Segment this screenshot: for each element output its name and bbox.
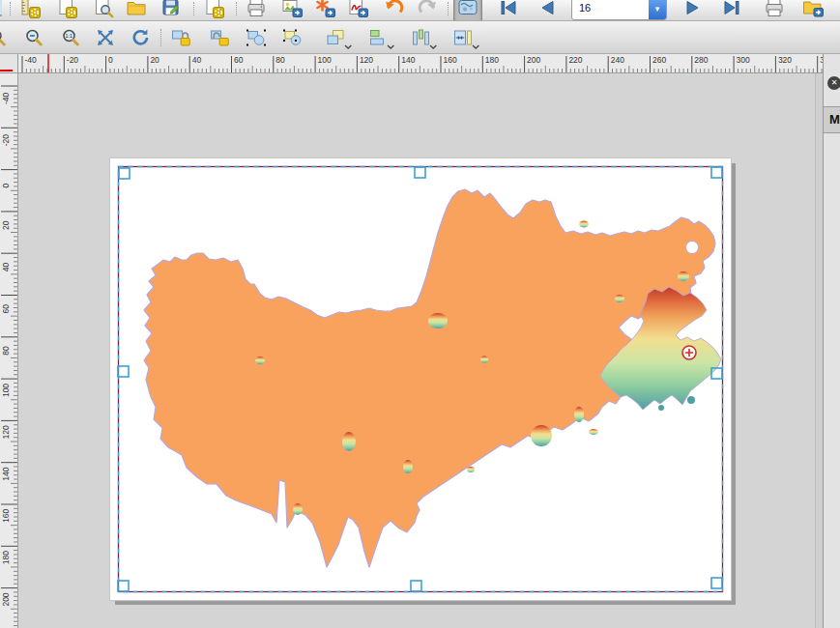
lock-icon	[181, 33, 189, 45]
save-project-button[interactable]	[157, 0, 186, 21]
chevron-down-icon[interactable]: ▾	[649, 0, 666, 19]
right-dock-panel: ✕ M	[823, 54, 840, 628]
svg-text:-20: -20	[67, 55, 79, 65]
gear-icon	[30, 8, 41, 18]
svg-text:0: 0	[1, 184, 11, 188]
undo-icon	[384, 0, 405, 18]
handle-bottom-right	[711, 578, 722, 588]
clipped-left-icon[interactable]	[0, 0, 6, 21]
handle-bottom-middle	[411, 581, 421, 591]
ruler-corner	[0, 54, 18, 73]
handle-top-middle	[415, 167, 425, 178]
export-as-svg-button[interactable]	[310, 0, 339, 21]
svg-text:340: 340	[820, 55, 823, 65]
composer-manager-button[interactable]	[89, 0, 118, 21]
zoom-in-button[interactable]	[0, 24, 12, 51]
zoom-full-icon	[95, 27, 116, 48]
duplicate-composer-button[interactable]	[52, 0, 81, 21]
export-as-image-button[interactable]	[277, 0, 306, 21]
map-hook-notch	[686, 242, 699, 254]
svg-text:100: 100	[1, 384, 11, 397]
svg-text:180: 180	[1, 551, 11, 564]
chevron-down-icon	[472, 44, 480, 50]
ruler-cursor-marker	[0, 70, 13, 71]
svg-text:140: 140	[1, 467, 11, 480]
composer-canvas[interactable]	[18, 73, 815, 628]
toolbar-separator	[448, 2, 449, 15]
svg-text:120: 120	[1, 425, 11, 439]
svg-text:1:1: 1:1	[66, 33, 73, 39]
atlas-print-button[interactable]	[760, 0, 789, 21]
group-items-button[interactable]	[242, 24, 271, 51]
lock-selected-items-button[interactable]	[166, 24, 195, 51]
export-arrow-badge	[359, 9, 368, 17]
svg-text:260: 260	[652, 55, 666, 65]
svg-text:60: 60	[234, 55, 244, 65]
undo-button[interactable]	[380, 0, 409, 21]
composition-page[interactable]	[109, 157, 732, 601]
zoom-1-1-icon: 1:1	[60, 27, 81, 48]
svg-text:220: 220	[568, 55, 582, 65]
export-as-pdf-button[interactable]	[343, 0, 372, 21]
svg-text:240: 240	[611, 55, 624, 65]
close-icon[interactable]: ✕	[827, 76, 840, 90]
export-arrow-badge	[293, 9, 303, 17]
map-item	[110, 158, 731, 600]
zoom-out-button[interactable]	[19, 24, 48, 51]
ruler-vertical: -40-20020406080100120140160180200220	[0, 73, 18, 628]
atlas-icon	[457, 0, 478, 18]
handle-middle-left	[118, 366, 129, 377]
panel-header: M	[824, 106, 840, 133]
gear-icon	[214, 8, 224, 18]
unlock-all-items-button[interactable]	[205, 24, 234, 51]
atlas-next-feature-button[interactable]	[679, 0, 708, 21]
svg-text:320: 320	[778, 55, 792, 65]
qgis-print-composer-window: 16 ▾ 1:1	[0, 0, 840, 628]
save-as-template-button[interactable]	[199, 0, 228, 21]
atlas-export-button[interactable]	[798, 0, 827, 21]
zoom-out-icon	[23, 27, 44, 48]
atlas-previous-feature-button[interactable]	[533, 0, 562, 21]
chevron-down-icon	[429, 44, 438, 50]
chevron-down-icon	[387, 44, 395, 50]
toolbar-separator	[236, 2, 238, 15]
svg-text:80: 80	[275, 55, 285, 65]
svg-text:280: 280	[694, 55, 708, 65]
redo-button[interactable]	[413, 0, 442, 21]
load-from-template-button[interactable]	[122, 0, 151, 21]
distribute-items-button[interactable]	[402, 24, 439, 51]
ungroup-items-button[interactable]	[278, 24, 307, 51]
svg-text:-40: -40	[25, 55, 38, 65]
atlas-preview-toggle[interactable]	[453, 0, 482, 21]
align-selected-items-button[interactable]	[360, 24, 396, 51]
svg-text:-40: -40	[1, 92, 11, 104]
chevron-down-icon	[344, 44, 353, 50]
zoom-full-button[interactable]	[91, 24, 120, 51]
svg-text:-20: -20	[1, 134, 11, 147]
svg-text:20: 20	[150, 55, 159, 65]
svg-text:120: 120	[360, 55, 373, 65]
new-composer-button[interactable]	[15, 0, 44, 21]
ruler-horizontal: -40-200204060801001201401601802002202402…	[0, 54, 823, 73]
handle-bottom-left	[118, 581, 129, 591]
redo-icon	[417, 0, 438, 18]
atlas-feature-combo[interactable]: 16 ▾	[571, 0, 667, 20]
svg-text:40: 40	[192, 55, 202, 65]
svg-text:300: 300	[737, 55, 750, 65]
magnifier-icon	[101, 6, 112, 16]
atlas-last-feature-button[interactable]	[717, 0, 746, 21]
svg-text:20: 20	[1, 220, 11, 230]
atlas-feature-marker	[682, 346, 696, 359]
export-arrow-badge	[326, 9, 335, 17]
svg-text:160: 160	[444, 55, 457, 65]
zoom-actual-size-button[interactable]: 1:1	[56, 24, 85, 51]
svg-text:0: 0	[108, 55, 113, 65]
print-button[interactable]	[242, 0, 271, 21]
handle-top-right	[711, 167, 722, 178]
resize-items-button[interactable]	[445, 24, 481, 51]
atlas-first-feature-button[interactable]	[494, 0, 523, 21]
export-arrow-badge	[814, 9, 824, 17]
raise-selected-items-button[interactable]	[317, 24, 354, 51]
refresh-view-button[interactable]	[126, 24, 155, 51]
svg-text:100: 100	[318, 55, 332, 65]
